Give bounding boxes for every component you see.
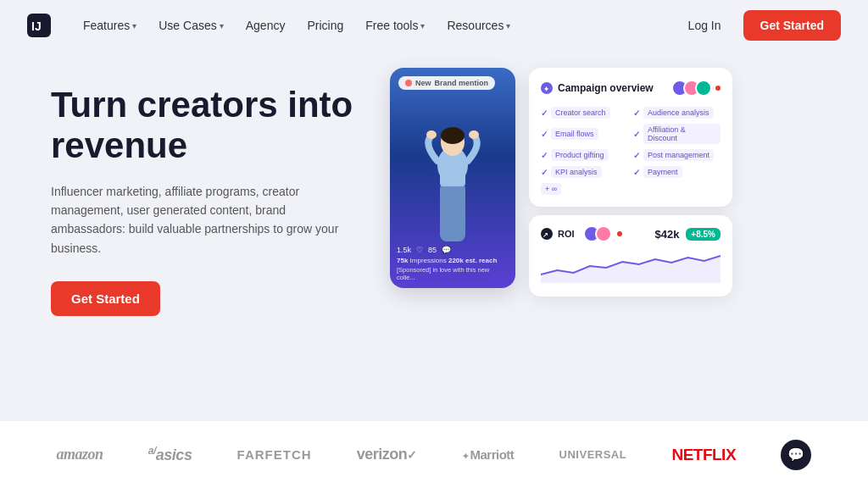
feature-email-flows: ✓ Email flows bbox=[541, 124, 628, 144]
roi-status-dot bbox=[617, 231, 622, 236]
feature-creator-search: ✓ Creator search bbox=[541, 107, 628, 119]
roi-card: ↗ ROI $42k +8.5% bbox=[529, 215, 732, 297]
tiktok-caption: [Sponsored] in love with this new colle.… bbox=[397, 266, 509, 281]
navbar: IJ Features ▾ Use Cases ▾ Agency Pricing… bbox=[0, 0, 868, 51]
roi-badge: +8.5% bbox=[686, 228, 721, 241]
badge-dot bbox=[405, 80, 412, 86]
hero-get-started-button[interactable]: Get Started bbox=[51, 281, 160, 316]
tiktok-badge: New Brand mention bbox=[398, 76, 495, 90]
feature-payment: ✓ Payment bbox=[633, 166, 721, 178]
avatar-3 bbox=[695, 80, 712, 97]
roi-avatar-2 bbox=[595, 225, 612, 242]
badge-brand-label: Brand mention bbox=[435, 79, 489, 87]
hero-visuals: New Brand mention bbox=[373, 68, 817, 297]
brand-asics: a/asics bbox=[148, 445, 192, 464]
roi-header: ↗ ROI $42k +8.5% bbox=[541, 225, 721, 242]
tiktok-likes: 1.5k bbox=[397, 246, 411, 254]
svg-point-6 bbox=[469, 130, 479, 139]
roi-icon: ↗ bbox=[541, 228, 553, 240]
svg-point-4 bbox=[441, 127, 465, 144]
brand-amazon: amazon bbox=[57, 446, 103, 463]
hero-section: Turn creators into revenue Influencer ma… bbox=[0, 51, 868, 333]
nav-right: Log In Get Started bbox=[680, 10, 841, 41]
campaign-title: ✦ Campaign overview bbox=[541, 82, 654, 94]
nav-item-pricing[interactable]: Pricing bbox=[298, 14, 352, 37]
brands-bar: amazon a/asics FARFETCH verizon✓ ✦Marrio… bbox=[0, 420, 868, 488]
check-icon: ✓ bbox=[633, 108, 640, 118]
roi-avatars bbox=[583, 225, 612, 242]
nav-item-resources[interactable]: Resources ▾ bbox=[438, 14, 519, 37]
tiktok-comments: 85 bbox=[428, 246, 437, 254]
brand-universal: UNIVERSAL bbox=[559, 448, 627, 461]
check-icon: ✓ bbox=[633, 168, 640, 177]
badge-new-label: New bbox=[415, 79, 431, 87]
campaign-roi-wrapper: ✦ Campaign overview bbox=[529, 68, 732, 297]
hero-subtitle: Influencer marketing, affiliate programs… bbox=[51, 182, 339, 258]
svg-text:↗: ↗ bbox=[542, 231, 548, 239]
campaign-status-dot bbox=[715, 86, 721, 91]
feature-affiliation: ✓ Affiliation & Discount bbox=[633, 124, 721, 144]
check-icon: ✓ bbox=[541, 168, 548, 177]
check-icon: ✓ bbox=[541, 108, 548, 118]
chevron-down-icon: ▾ bbox=[420, 21, 425, 30]
feature-post-management: ✓ Post management bbox=[633, 149, 721, 161]
nav-get-started-button[interactable]: Get Started bbox=[743, 10, 841, 41]
nav-links: Features ▾ Use Cases ▾ Agency Pricing Fr… bbox=[75, 14, 680, 37]
svg-text:✦: ✦ bbox=[543, 86, 549, 93]
svg-rect-7 bbox=[440, 182, 465, 241]
check-icon: ✓ bbox=[541, 130, 548, 139]
brand-netflix: NETFLIX bbox=[671, 446, 736, 464]
logo[interactable]: IJ bbox=[27, 14, 51, 37]
brand-marriott: ✦Marriott bbox=[462, 447, 514, 462]
svg-marker-13 bbox=[541, 256, 721, 283]
feature-grid: ✓ Creator search ✓ Audience analysis ✓ E… bbox=[541, 107, 721, 195]
nav-item-agency[interactable]: Agency bbox=[237, 14, 294, 37]
feature-kpi: ✓ KPI analysis bbox=[541, 166, 628, 178]
hero-title: Turn creators into revenue bbox=[51, 85, 373, 167]
tiktok-impressions: 75k Impressions 220k est. reach bbox=[397, 257, 509, 264]
svg-point-5 bbox=[426, 130, 437, 139]
roi-chart bbox=[541, 249, 721, 283]
roi-value: $42k bbox=[654, 228, 679, 241]
roi-label: ↗ ROI bbox=[541, 225, 622, 242]
chat-button[interactable]: 💬 bbox=[781, 440, 811, 470]
chevron-down-icon: ▾ bbox=[220, 21, 224, 30]
check-icon: ✓ bbox=[541, 151, 548, 160]
nav-item-features[interactable]: Features ▾ bbox=[75, 14, 145, 37]
tiktok-card: New Brand mention bbox=[390, 68, 515, 288]
nav-item-use-cases[interactable]: Use Cases ▾ bbox=[150, 14, 231, 37]
campaign-icon: ✦ bbox=[541, 82, 553, 94]
brand-verizon: verizon✓ bbox=[357, 446, 417, 463]
chevron-down-icon: ▾ bbox=[506, 21, 510, 30]
tiktok-stats: 1.5k ♡ 85 💬 75k Impressions 220k est. re… bbox=[397, 246, 509, 281]
hero-text: Turn creators into revenue Influencer ma… bbox=[51, 76, 373, 316]
campaign-avatars bbox=[671, 80, 712, 97]
brand-farfetch: FARFETCH bbox=[237, 447, 312, 462]
svg-rect-8 bbox=[440, 169, 465, 186]
feature-audience-analysis: ✓ Audience analysis bbox=[633, 107, 721, 119]
feature-more: + ∞ bbox=[541, 183, 628, 195]
campaign-card: ✦ Campaign overview bbox=[529, 68, 732, 207]
login-button[interactable]: Log In bbox=[680, 14, 730, 37]
nav-item-free-tools[interactable]: Free tools ▾ bbox=[357, 14, 433, 37]
svg-text:IJ: IJ bbox=[31, 19, 42, 33]
chevron-down-icon: ▾ bbox=[132, 21, 136, 30]
check-icon: ✓ bbox=[633, 151, 640, 160]
campaign-header: ✦ Campaign overview bbox=[541, 80, 721, 97]
check-icon: ✓ bbox=[633, 130, 640, 139]
feature-product-gifting: ✓ Product gifting bbox=[541, 149, 628, 161]
